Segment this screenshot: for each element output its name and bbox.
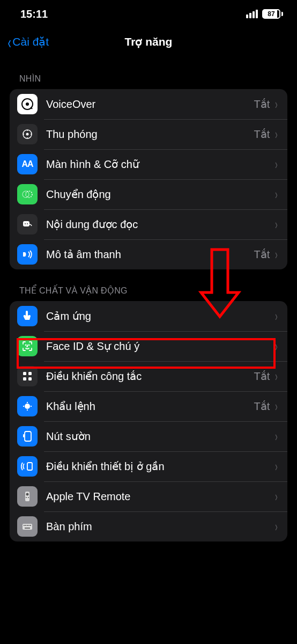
row-voice-control[interactable]: Khẩu lệnh Tắt › <box>10 391 287 421</box>
row-label: VoiceOver <box>46 98 254 111</box>
side-button-icon <box>17 426 38 447</box>
chevron-right-icon: › <box>275 126 278 143</box>
chevron-right-icon: › <box>275 398 278 415</box>
svg-point-4 <box>27 130 28 131</box>
svg-point-26 <box>28 497 29 498</box>
svg-rect-10 <box>23 221 29 226</box>
nearby-control-icon <box>17 456 38 477</box>
row-display-text[interactable]: AA Màn hình & Cỡ chữ › <box>10 149 287 179</box>
chevron-right-icon: › <box>275 338 278 355</box>
group-motor: Cảm ứng › Face ID & Sự chú ý › Điều khiể… <box>10 301 287 541</box>
chevron-right-icon: › <box>275 428 278 445</box>
svg-point-25 <box>26 497 27 498</box>
svg-rect-30 <box>27 525 28 526</box>
back-label: Cài đặt <box>12 35 49 48</box>
faceid-icon <box>17 336 38 356</box>
back-button[interactable]: ‹ Cài đặt <box>6 33 49 51</box>
chevron-right-icon: › <box>275 308 278 325</box>
svg-rect-29 <box>25 525 26 526</box>
svg-point-9 <box>23 191 29 197</box>
svg-point-7 <box>31 134 32 135</box>
section-header-motor: THỂ CHẤT VÀ VẬN ĐỘNG <box>10 269 287 301</box>
chevron-right-icon: › <box>275 458 278 475</box>
row-value: Tắt <box>254 98 270 111</box>
apple-tv-remote-icon <box>17 486 38 507</box>
status-bar: 15:11 87 <box>0 0 297 28</box>
svg-rect-28 <box>24 525 25 526</box>
row-label: Apple TV Remote <box>46 491 274 503</box>
svg-rect-16 <box>28 372 32 375</box>
row-label: Điều khiển công tắc <box>46 370 254 383</box>
chevron-right-icon: › <box>275 488 278 505</box>
row-switch-control[interactable]: Điều khiển công tắc Tắt › <box>10 361 287 391</box>
svg-rect-21 <box>23 434 24 437</box>
svg-rect-27 <box>23 524 32 530</box>
row-value: Tắt <box>254 400 270 413</box>
row-audio-descriptions[interactable]: Mô tả âm thanh Tắt › <box>10 239 287 269</box>
row-label: Điều khiển thiết bị ở gần <box>46 460 274 473</box>
chevron-right-icon: › <box>275 156 278 173</box>
keyboard-icon <box>17 516 38 537</box>
row-label: Cảm ứng <box>46 310 274 323</box>
chevron-right-icon: › <box>275 368 278 385</box>
svg-point-12 <box>27 223 28 224</box>
row-apple-tv-remote[interactable]: Apple TV Remote › <box>10 481 287 511</box>
row-label: Mô tả âm thanh <box>46 248 254 261</box>
chevron-right-icon: › <box>275 246 278 263</box>
row-label: Nội dung được đọc <box>46 218 274 231</box>
row-faceid[interactable]: Face ID & Sự chú ý › <box>10 331 287 361</box>
section-header-vision: NHÌN <box>10 58 287 89</box>
row-label: Nút sườn <box>46 430 274 443</box>
voice-control-icon <box>17 396 38 416</box>
svg-rect-22 <box>27 463 32 470</box>
svg-point-5 <box>27 137 28 138</box>
svg-point-13 <box>26 345 26 346</box>
cellular-signal-icon <box>246 10 258 18</box>
zoom-icon <box>17 124 38 144</box>
row-touch[interactable]: Cảm ứng › <box>10 301 287 331</box>
svg-point-3 <box>26 133 29 136</box>
row-label: Thu phóng <box>46 128 254 141</box>
group-vision: VoiceOver Tắt › Thu phóng Tắt › AA Màn h… <box>10 89 287 269</box>
svg-rect-17 <box>23 377 26 380</box>
svg-point-11 <box>25 223 26 224</box>
row-label: Màn hình & Cỡ chữ <box>46 158 274 171</box>
svg-point-1 <box>26 103 29 106</box>
chevron-right-icon: › <box>275 96 278 113</box>
motion-icon <box>17 184 38 204</box>
chevron-right-icon: › <box>275 216 278 233</box>
svg-rect-15 <box>23 372 26 375</box>
voiceover-icon <box>17 94 38 114</box>
row-label: Face ID & Sự chú ý <box>46 340 274 353</box>
svg-rect-18 <box>28 377 32 380</box>
svg-rect-31 <box>28 525 29 526</box>
svg-point-19 <box>25 404 30 409</box>
row-zoom[interactable]: Thu phóng Tắt › <box>10 119 287 149</box>
svg-point-14 <box>29 345 29 346</box>
svg-point-6 <box>23 134 24 135</box>
chevron-right-icon: › <box>275 518 278 535</box>
row-label: Chuyển động <box>46 188 274 201</box>
svg-rect-33 <box>25 528 30 529</box>
row-label: Khẩu lệnh <box>46 400 254 413</box>
row-side-button[interactable]: Nút sườn › <box>10 421 287 451</box>
spoken-content-icon <box>17 214 38 235</box>
row-nearby-device-control[interactable]: Điều khiển thiết bị ở gần › <box>10 451 287 481</box>
nav-bar: ‹ Cài đặt Trợ năng <box>0 28 297 56</box>
row-keyboard[interactable]: Bàn phím › <box>10 511 287 541</box>
svg-point-24 <box>26 493 29 496</box>
row-value: Tắt <box>254 248 270 261</box>
row-spoken-content[interactable]: Nội dung được đọc › <box>10 209 287 239</box>
row-voiceover[interactable]: VoiceOver Tắt › <box>10 89 287 119</box>
content: NHÌN VoiceOver Tắt › Thu phóng Tắt › AA … <box>0 56 297 541</box>
status-indicators: 87 <box>246 9 283 19</box>
row-value: Tắt <box>254 128 270 141</box>
switch-control-icon <box>17 366 38 386</box>
row-label: Bàn phím <box>46 521 274 533</box>
row-motion[interactable]: Chuyển động › <box>10 179 287 209</box>
status-time: 15:11 <box>20 8 48 20</box>
touch-icon <box>17 306 38 326</box>
chevron-right-icon: › <box>275 186 278 203</box>
row-value: Tắt <box>254 370 270 383</box>
chevron-left-icon: ‹ <box>8 33 11 51</box>
